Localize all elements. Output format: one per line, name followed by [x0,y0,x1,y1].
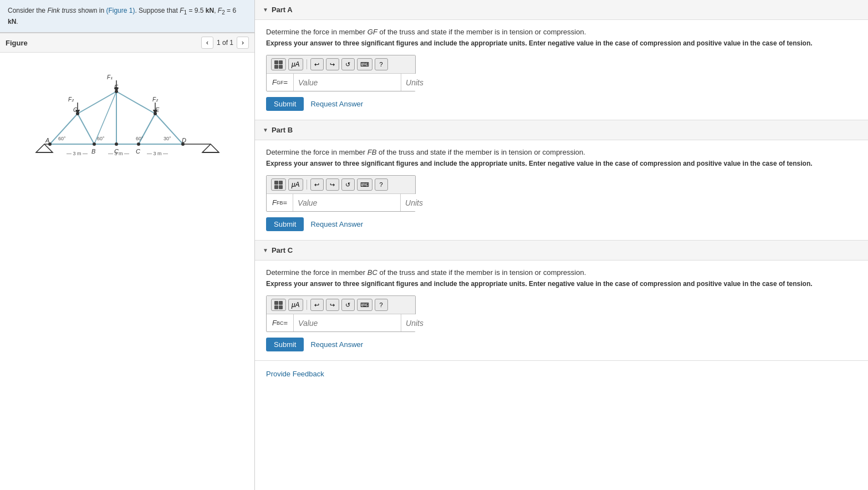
provide-feedback-link[interactable]: Provide Feedback [266,370,324,378]
part-a-header[interactable]: ▼ Part A [255,0,868,20]
svg-point-16 [93,142,96,146]
part-b-reset-button[interactable]: ↺ [341,178,355,191]
part-b-toolbar: μA ↩ ↪ ↺ ⌨ ? [267,176,415,194]
part-b-undo-button[interactable]: ↩ [310,178,324,191]
part-c-instruction: Express your answer to three significant… [266,279,857,289]
svg-text:D: D [182,137,186,144]
part-a-label: Part A [272,6,293,14]
part-c-label: Part C [272,246,293,254]
figure-title: Figure [6,39,28,47]
svg-point-17 [115,142,118,146]
part-c-body: Determine the force in member BC of the … [255,261,868,360]
part-a-desc: Determine the force in member GF of the … [266,28,857,36]
svg-marker-3 [202,144,219,152]
part-a-undo-button[interactable]: ↩ [310,58,324,70]
part-c-section: ▼ Part C Determine the force in member B… [255,241,868,361]
left-panel: Consider the Fink truss shown in (Figure… [0,0,255,490]
part-b-math-input: μA ↩ ↪ ↺ ⌨ ? FFB = [266,175,416,212]
svg-text:60°: 60° [97,136,105,141]
part-c-toggle-arrow: ▼ [263,247,268,253]
problem-statement: Consider the Fink truss shown in (Figure… [0,0,254,33]
part-a-body: Determine the force in member GF of the … [255,20,868,120]
svg-text:— 3 m —: — 3 m — [67,151,88,156]
part-b-keyboard-button[interactable]: ⌨ [357,178,372,191]
part-b-help-button[interactable]: ? [375,178,388,191]
part-a-grid-button[interactable] [271,58,286,70]
part-c-reset-button[interactable]: ↺ [341,299,355,311]
part-b-units-input[interactable] [400,194,450,211]
part-b-request-answer-link[interactable]: Request Answer [310,220,363,228]
part-c-input-label: FBC = [267,314,293,331]
svg-text:60°: 60° [136,136,144,141]
svg-text:— 3 m —: — 3 m — [108,151,129,156]
part-a-request-answer-link[interactable]: Request Answer [310,100,363,108]
figure-content: A B C C D G F E F₂ F₁ F₂ 60° 6 [0,53,254,490]
part-c-actions: Submit Request Answer [266,338,857,351]
part-a-section: ▼ Part A Determine the force in member G… [255,0,868,120]
figure-panel: Figure ‹ 1 of 1 › [0,33,254,490]
truss-type-text: Fink truss [47,7,76,14]
figure-nav: ‹ 1 of 1 › [201,37,249,49]
part-c-redo-button[interactable]: ↪ [326,299,339,311]
part-b-label: Part B [272,126,293,134]
svg-text:F₂: F₂ [68,96,74,103]
part-c-help-button[interactable]: ? [375,299,388,311]
svg-text:F₂: F₂ [152,96,159,103]
part-a-sep1 [307,59,307,69]
part-c-desc: Determine the force in member BC of the … [266,268,857,277]
part-c-submit-button[interactable]: Submit [266,338,304,351]
part-c-keyboard-button[interactable]: ⌨ [357,299,372,311]
part-b-toggle-arrow: ▼ [263,127,268,133]
truss-diagram: A B C C D G F E F₂ F₁ F₂ 60° 6 [33,58,222,158]
part-a-mu-button[interactable]: μA [288,58,303,70]
svg-text:30°: 30° [164,136,171,141]
part-b-header[interactable]: ▼ Part B [255,120,868,140]
figure-link[interactable]: (Figure 1) [106,7,135,14]
part-b-body: Determine the force in member FB of the … [255,140,868,240]
part-a-keyboard-button[interactable]: ⌨ [357,58,372,70]
part-a-units-input[interactable] [401,74,451,91]
svg-text:C: C [136,148,140,155]
part-a-input-row: FGF = [267,74,415,91]
figure-prev-button[interactable]: ‹ [201,37,213,49]
part-b-value-input[interactable] [293,194,400,211]
part-c-header[interactable]: ▼ Part C [255,241,868,261]
part-b-mu-button[interactable]: μA [288,178,303,191]
svg-text:A: A [45,137,49,144]
part-a-value-input[interactable] [293,74,401,91]
part-c-grid-button[interactable] [271,299,286,311]
part-a-math-input: μA ↩ ↪ ↺ ⌨ ? FGF = [266,55,416,91]
part-b-actions: Submit Request Answer [266,217,857,231]
svg-line-10 [78,114,94,144]
part-b-input-row: FFB = [267,194,415,211]
part-a-redo-button[interactable]: ↪ [326,58,339,70]
part-b-redo-button[interactable]: ↪ [326,178,339,191]
part-b-input-label: FFB = [267,194,293,211]
svg-text:E: E [155,106,160,113]
part-a-toggle-arrow: ▼ [263,7,268,13]
svg-line-7 [78,91,116,114]
part-c-value-input[interactable] [293,314,401,331]
part-a-instruction: Express your answer to three significant… [266,38,857,48]
part-c-toolbar: μA ↩ ↪ ↺ ⌨ ? [267,296,415,314]
part-c-mu-button[interactable]: μA [288,299,303,311]
svg-text:F₁: F₁ [107,74,113,80]
part-c-input-row: FBC = [267,314,415,331]
part-a-submit-button[interactable]: Submit [266,97,304,111]
figure-next-button[interactable]: › [237,37,249,49]
part-a-help-button[interactable]: ? [375,58,388,70]
part-a-actions: Submit Request Answer [266,97,857,111]
part-b-submit-button[interactable]: Submit [266,217,304,231]
part-a-reset-button[interactable]: ↺ [341,58,355,70]
part-c-undo-button[interactable]: ↩ [310,299,324,311]
part-b-desc: Determine the force in member FB of the … [266,148,857,156]
svg-text:— 3 m —: — 3 m — [147,151,168,156]
part-a-toolbar: μA ↩ ↪ ↺ ⌨ ? [267,55,415,74]
part-c-units-input[interactable] [401,314,451,331]
figure-page-label: 1 of 1 [217,39,233,47]
part-c-request-answer-link[interactable]: Request Answer [310,340,363,349]
part-b-sep1 [307,180,307,190]
svg-text:B: B [91,148,95,155]
part-b-grid-button[interactable] [271,178,286,191]
part-c-sep1 [307,300,307,310]
